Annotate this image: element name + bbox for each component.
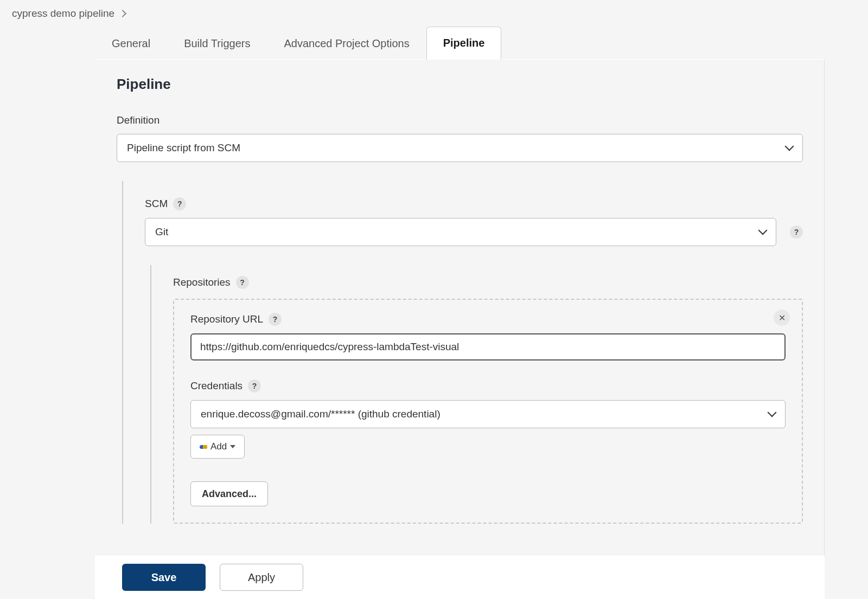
tabs-bar: General Build Triggers Advanced Project … (95, 26, 825, 60)
apply-button[interactable]: Apply (220, 564, 303, 591)
close-icon: ✕ (778, 313, 786, 323)
footer-bar: Save Apply (95, 556, 825, 599)
caret-down-icon (230, 445, 235, 448)
chevron-down-icon (768, 408, 777, 417)
close-repository-button[interactable]: ✕ (774, 310, 790, 326)
scm-label: SCM (145, 198, 168, 210)
definition-label: Definition (117, 114, 159, 126)
help-icon[interactable]: ? (236, 276, 249, 289)
advanced-button[interactable]: Advanced... (190, 481, 268, 506)
credentials-select[interactable]: enrique.decoss@gmail.com/****** (github … (190, 400, 786, 428)
tab-general[interactable]: General (95, 27, 167, 60)
credentials-field: Credentials ? enrique.decoss@gmail.com/*… (190, 379, 786, 459)
breadcrumb-item[interactable]: cypress demo pipeline (12, 8, 114, 20)
tab-pipeline[interactable]: Pipeline (426, 27, 502, 60)
help-icon[interactable]: ? (173, 197, 186, 210)
repository-container: ✕ Repository URL ? Credentials (173, 299, 803, 524)
scm-select[interactable]: Git (145, 218, 776, 246)
definition-selected-value: Pipeline script from SCM (127, 142, 240, 154)
tab-build-triggers[interactable]: Build Triggers (167, 27, 267, 60)
repository-url-field: Repository URL ? (190, 313, 786, 360)
content-area: Pipeline Definition Pipeline script from… (95, 60, 825, 534)
key-icon (200, 445, 207, 449)
help-icon[interactable]: ? (790, 226, 803, 239)
add-credentials-button[interactable]: Add (190, 435, 245, 459)
add-credentials-label: Add (210, 441, 227, 452)
help-icon[interactable]: ? (269, 313, 282, 326)
chevron-right-icon (119, 10, 126, 17)
repositories-nested-block: Repositories ? ✕ Repository URL ? (150, 265, 803, 524)
repository-url-label: Repository URL (190, 313, 263, 325)
save-button[interactable]: Save (122, 564, 206, 591)
repository-url-input[interactable] (190, 333, 786, 360)
tab-advanced-project-options[interactable]: Advanced Project Options (267, 27, 426, 60)
chevron-down-icon (785, 142, 794, 151)
breadcrumb: cypress demo pipeline (0, 0, 868, 27)
repositories-label: Repositories (173, 276, 231, 288)
scm-field: SCM ? Git ? (145, 197, 803, 246)
definition-field: Definition Pipeline script from SCM (117, 114, 803, 162)
credentials-label: Credentials (190, 380, 242, 392)
section-title: Pipeline (117, 76, 803, 93)
scm-nested-block: SCM ? Git ? Repositories ? (122, 181, 803, 524)
scm-selected-value: Git (155, 226, 168, 238)
definition-select[interactable]: Pipeline script from SCM (117, 134, 803, 162)
chevron-down-icon (758, 226, 768, 235)
help-icon[interactable]: ? (248, 379, 261, 392)
credentials-selected-value: enrique.decoss@gmail.com/****** (github … (201, 408, 441, 420)
